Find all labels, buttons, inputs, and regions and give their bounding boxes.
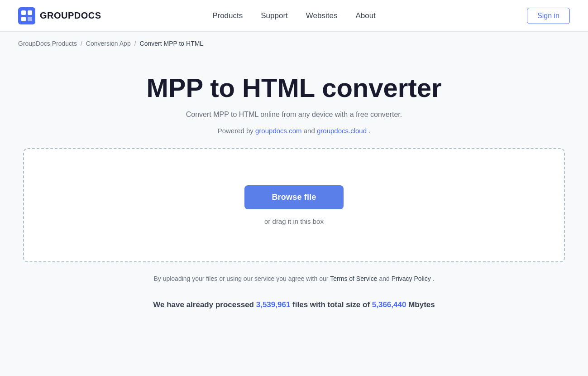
- svg-rect-0: [18, 7, 35, 24]
- svg-rect-2: [28, 10, 32, 15]
- sign-in-button[interactable]: Sign in: [527, 8, 570, 24]
- breadcrumb-current: Convert MPP to HTML: [140, 40, 204, 47]
- powered-by-suffix: .: [368, 127, 370, 135]
- terms-middle: and: [379, 275, 391, 282]
- logo-text: GROUPDOCS: [40, 10, 101, 21]
- svg-rect-4: [28, 17, 32, 21]
- nav-item-websites[interactable]: Websites: [306, 11, 338, 20]
- nav-item-products[interactable]: Products: [212, 11, 243, 20]
- stats-suffix: Mbytes: [408, 300, 435, 309]
- privacy-policy-link[interactable]: Privacy Policy: [392, 275, 431, 282]
- header: GROUPDOCS Products Support Websites Abou…: [0, 0, 588, 32]
- groupdocs-logo-icon: [18, 7, 35, 24]
- terms-prefix: By uploading your files or using our ser…: [153, 275, 330, 282]
- drag-text: or drag it in this box: [264, 217, 324, 225]
- logo[interactable]: GROUPDOCS: [18, 7, 101, 24]
- stats-text: We have already processed 3,539,961 file…: [153, 300, 435, 309]
- breadcrumb-separator-1: /: [81, 40, 82, 47]
- terms-suffix: .: [433, 275, 435, 282]
- svg-rect-1: [21, 10, 26, 15]
- main-nav: Products Support Websites About: [212, 11, 376, 20]
- browse-file-button[interactable]: Browse file: [244, 185, 343, 209]
- terms-of-service-link[interactable]: Terms of Service: [330, 275, 377, 282]
- subtitle: Convert MPP to HTML online from any devi…: [186, 111, 402, 119]
- stats-prefix: We have already processed: [153, 300, 256, 309]
- breadcrumb-conversion-app[interactable]: Conversion App: [86, 40, 131, 47]
- nav-item-about[interactable]: About: [355, 11, 375, 20]
- powered-by: Powered by groupdocs.com and groupdocs.c…: [218, 127, 371, 135]
- groupdocs-com-link[interactable]: groupdocs.com: [255, 127, 302, 135]
- stats-middle: files with total size of: [292, 300, 372, 309]
- groupdocs-cloud-link[interactable]: groupdocs.cloud: [317, 127, 367, 135]
- svg-rect-3: [21, 17, 26, 21]
- powered-by-middle: and: [304, 127, 317, 135]
- breadcrumb-separator-2: /: [134, 40, 136, 47]
- stats-size: 5,366,440: [372, 300, 406, 309]
- breadcrumb-groupdocs-products[interactable]: GroupDocs Products: [18, 40, 77, 47]
- stats-files-count: 3,539,961: [256, 300, 291, 309]
- main-content: MPP to HTML converter Convert MPP to HTM…: [0, 55, 588, 328]
- page-title: MPP to HTML converter: [146, 73, 441, 102]
- nav-item-support[interactable]: Support: [261, 11, 288, 20]
- powered-by-prefix: Powered by: [218, 127, 255, 135]
- terms-text: By uploading your files or using our ser…: [153, 275, 434, 282]
- breadcrumb: GroupDocs Products / Conversion App / Co…: [0, 32, 588, 55]
- drop-zone[interactable]: Browse file or drag it in this box: [23, 148, 564, 262]
